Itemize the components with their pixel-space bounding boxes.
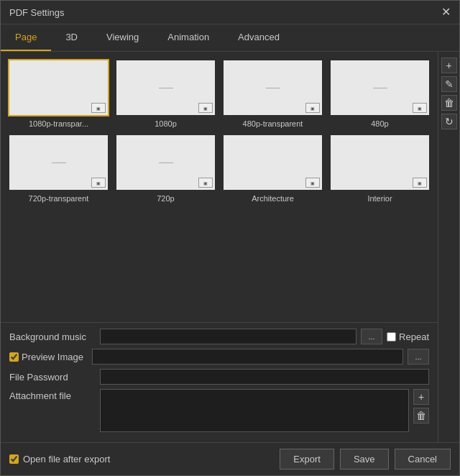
open-after-export-checkbox[interactable] [9, 454, 19, 464]
thumbnail-480p-transparent[interactable]: ▣ 480p-transparent [222, 59, 323, 128]
bottom-action-buttons: Export Save Cancel [280, 449, 451, 470]
bottom-bar: Open file after export Export Save Cance… [1, 442, 459, 475]
thumbnail-label: 720p [157, 194, 174, 203]
tab-page[interactable]: Page [1, 24, 51, 51]
fields-section: Background music ... Repeat Preview Imag… [1, 322, 438, 442]
file-password-label: File Password [9, 372, 96, 383]
repeat-label: Repeat [399, 331, 429, 342]
thumbnail-grid: ▣ 1080p-transpar... ▣ 108 [8, 59, 431, 203]
preview-image-check-group: Preview Image [9, 352, 88, 362]
preview-image-label: Preview Image [22, 352, 83, 362]
thumb-preview: ▣ [116, 60, 215, 115]
thumbnail-image: ▣ [329, 59, 431, 116]
attachment-add-button[interactable]: + [413, 389, 429, 405]
thumb-preview: ▣ [224, 60, 322, 115]
content-area: ▣ 1080p-transpar... ▣ 108 [1, 52, 459, 442]
thumbnail-image: ▣ [222, 134, 323, 191]
background-music-label: Background music [9, 331, 96, 342]
thumbnail-label: 1080p-transpar... [29, 119, 88, 128]
thumbnail-grid-container[interactable]: ▣ 1080p-transpar... ▣ 108 [1, 52, 438, 322]
thumb-preview: ▣ [224, 135, 322, 190]
preview-image-checkbox[interactable] [9, 352, 19, 362]
cancel-button[interactable]: Cancel [395, 449, 451, 470]
open-after-export-group: Open file after export [9, 454, 110, 464]
preview-image-input[interactable] [92, 349, 403, 365]
thumbnail-image: ▣ [222, 59, 323, 116]
thumb-preview: ▣ [331, 135, 429, 190]
preview-image-browse-button[interactable]: ... [408, 349, 429, 365]
pdf-settings-dialog: PDF Settings ✕ Page 3D Viewing Animation… [0, 0, 460, 476]
thumbnail-720p[interactable]: ▣ 720p [115, 134, 216, 203]
thumbnail-image: ▣ [329, 134, 431, 191]
thumbnail-480p[interactable]: ▣ 480p [329, 59, 431, 128]
background-music-input[interactable] [100, 329, 356, 344]
attachment-buttons: + 🗑 [413, 389, 429, 424]
thumb-preview: ▣ [9, 60, 108, 115]
thumbnail-label: 480p [371, 119, 388, 128]
main-area: ▣ 1080p-transpar... ▣ 108 [1, 52, 438, 442]
open-after-export-label: Open file after export [23, 454, 110, 464]
tab-viewing[interactable]: Viewing [92, 24, 153, 51]
thumbnail-1080p-transparent[interactable]: ▣ 1080p-transpar... [8, 59, 109, 128]
save-button[interactable]: Save [340, 449, 389, 470]
export-button[interactable]: Export [280, 449, 334, 470]
file-password-input[interactable] [100, 369, 429, 385]
thumbnail-image: ▣ [8, 134, 109, 191]
right-toolbar: + ✎ 🗑 ↻ [438, 52, 459, 442]
thumb-preview: ▣ [116, 135, 215, 190]
tab-bar: Page 3D Viewing Animation Advanced [1, 24, 459, 52]
background-music-row: Background music ... Repeat [9, 329, 429, 344]
tab-3d[interactable]: 3D [51, 24, 92, 51]
dialog-title: PDF Settings [9, 7, 65, 18]
attachment-file-box [100, 389, 409, 432]
toolbar-refresh-button[interactable]: ↻ [441, 114, 457, 129]
file-password-row: File Password [9, 369, 429, 385]
toolbar-add-button[interactable]: + [441, 58, 457, 73]
attachment-file-label: Attachment file [9, 389, 96, 401]
attachment-file-row: Attachment file + 🗑 [9, 389, 429, 432]
thumbnail-label: 1080p [155, 119, 177, 128]
thumbnail-label: Interior [367, 194, 392, 203]
preview-image-row: Preview Image ... [9, 349, 429, 365]
close-button[interactable]: ✕ [441, 6, 451, 18]
thumbnail-720p-transparent[interactable]: ▣ 720p-transparent [8, 134, 109, 203]
thumb-preview: ▣ [9, 135, 108, 190]
thumbnail-label: 480p-transparent [243, 119, 303, 128]
thumbnail-1080p[interactable]: ▣ 1080p [115, 59, 216, 128]
title-bar: PDF Settings ✕ [1, 1, 459, 24]
repeat-check-group: Repeat [387, 331, 429, 342]
toolbar-delete-button[interactable]: 🗑 [441, 95, 457, 111]
tab-animation[interactable]: Animation [153, 24, 224, 51]
thumbnail-image: ▣ [115, 134, 216, 191]
tab-advanced[interactable]: Advanced [224, 24, 294, 51]
thumbnail-image: ▣ [8, 59, 109, 116]
thumbnail-label: 720p-transparent [29, 194, 89, 203]
repeat-checkbox[interactable] [387, 332, 396, 342]
thumbnail-architecture[interactable]: ▣ Architecture [222, 134, 323, 203]
thumbnail-interior[interactable]: ▣ Interior [329, 134, 431, 203]
thumbnail-label: Architecture [252, 194, 294, 203]
attachment-delete-button[interactable]: 🗑 [413, 408, 429, 424]
toolbar-edit-button[interactable]: ✎ [441, 76, 457, 92]
thumbnail-image: ▣ [115, 59, 216, 116]
thumb-preview: ▣ [331, 60, 429, 115]
background-music-browse-button[interactable]: ... [361, 329, 382, 344]
